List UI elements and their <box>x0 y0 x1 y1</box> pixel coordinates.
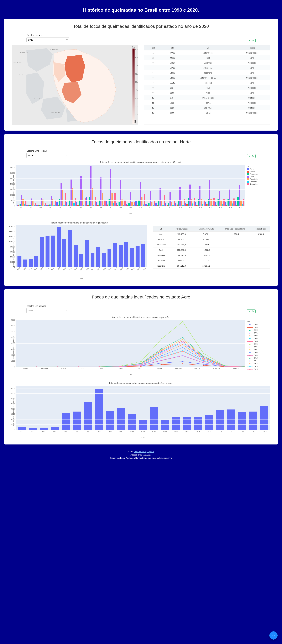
map-label-suriname: SURINAME <box>50 48 58 50</box>
chartC-legend[interactable]: Ano —◆—1998—◆—1999—◆—2000—◆—2001—◆—2002—… <box>245 320 270 376</box>
legend-item[interactable]: —◆—2005 <box>247 343 270 345</box>
table-row[interactable]: 416729AmazonasNorte <box>144 66 270 70</box>
legend-item[interactable]: Tocantins <box>247 183 270 185</box>
map-label-colombia: COLOMBIA <box>19 52 28 53</box>
svg-point-175 <box>140 365 142 366</box>
chartD-plot[interactable]: 02,0004,0006,0008,00010,00012,00014,0001… <box>15 386 270 430</box>
table-row[interactable]: 711145RondôniaNorte <box>144 80 270 86</box>
legend-item[interactable]: —◆—2014 <box>247 368 270 370</box>
svg-point-179 <box>224 366 225 367</box>
svg-point-10 <box>203 364 204 365</box>
svg-point-105 <box>182 347 183 348</box>
svg-point-69 <box>182 321 183 322</box>
section1-heading: Total de focos de queimadas identificado… <box>12 24 270 29</box>
svg-point-130 <box>203 356 204 357</box>
table-row: Amazonas204.356,08.885,0 <box>153 242 270 248</box>
chartD-xlabel: Ano <box>15 436 270 438</box>
svg-point-92 <box>161 350 162 350</box>
legend-item[interactable]: —◆—2000 <box>247 329 270 331</box>
year-select-label: Escolha um Ano: <box>26 34 69 36</box>
table-row: Pará955.027,041.522,9 <box>153 248 270 253</box>
table-row[interactable]: 147708Mato GrossoCentro Oeste <box>144 50 270 56</box>
chartC-xlabel: Mês <box>15 374 245 376</box>
svg-point-67 <box>140 361 142 362</box>
section-state: Focos de queimadas identificados no esta… <box>4 289 278 444</box>
region-select-label: Escolha uma Região: <box>26 150 69 152</box>
table-row[interactable]: 316817MaranhãoNordeste <box>144 60 270 66</box>
chartA-title: Total de focos de queimadas identificado… <box>12 161 270 163</box>
state-ranking-table[interactable]: RankTotalUFRegiao 147708Mato GrossoCentr… <box>144 45 270 125</box>
svg-point-106 <box>203 360 204 361</box>
svg-point-177 <box>182 351 183 352</box>
table-row[interactable]: 512093TocantinsNorte <box>144 70 270 76</box>
info-button-section3[interactable]: + info <box>247 309 256 313</box>
svg-point-57 <box>182 341 183 342</box>
legend-item[interactable]: —◆—2007 <box>247 348 270 351</box>
svg-point-9 <box>182 361 183 362</box>
map-label-peru: PERU <box>19 74 23 76</box>
chartA-legend[interactable]: UF AcreAmapáAmazonasParáRondôniaRoraimaT… <box>245 165 270 215</box>
map-label-bolivia: BOLIVIA <box>34 98 40 99</box>
legend-item[interactable]: —◆—2011 <box>247 360 270 362</box>
map-label-ecuador: ECUADOR <box>13 62 21 63</box>
legend-item[interactable]: Rondônia <box>247 178 270 180</box>
chartC-plot[interactable]: 01,0002,0003,0004,0005,0006,0007,0008,00… <box>15 320 245 367</box>
source-link[interactable]: queimadas.dgi.inpe.br <box>134 450 154 453</box>
choropleth-map[interactable]: COLOMBIA SURINAME ECUADOR PERU BOLIVIA P… <box>12 45 138 125</box>
legend-item[interactable]: Amapá <box>247 171 270 173</box>
table-row[interactable]: 238603ParáNorte <box>144 56 270 60</box>
legend-item[interactable]: —◆—1999 <box>247 326 270 328</box>
legend-item[interactable]: Pará <box>247 176 270 178</box>
svg-point-44 <box>161 351 162 352</box>
table-row[interactable]: 89317PiauíNordeste <box>144 86 270 90</box>
svg-point-128 <box>161 348 162 349</box>
legend-item[interactable]: —◆—2010 <box>247 357 270 359</box>
legend-item[interactable]: —◆—1998 <box>247 323 270 326</box>
legend-item[interactable]: Roraima <box>247 181 270 183</box>
legend-item[interactable]: —◆—2013 <box>247 365 270 368</box>
map-label-paraguay: PARAGUAY <box>51 112 60 113</box>
chartB-title: Total de focos de queimadas identificado… <box>12 222 147 224</box>
state-select[interactable]: Acre <box>26 308 69 313</box>
table-row[interactable]: 126123São PauloSudeste <box>144 106 270 110</box>
legend-item[interactable]: —◆—2012 <box>247 362 270 365</box>
table-row[interactable]: 108737Minas GeraisSudeste <box>144 96 270 100</box>
svg-point-33 <box>182 344 183 345</box>
svg-point-21 <box>182 364 183 364</box>
table-row[interactable]: 99193AcreNorte <box>144 90 270 96</box>
legend-item[interactable]: —◆—2008 <box>247 351 270 354</box>
legend-item[interactable]: —◆—2003 <box>247 337 270 340</box>
svg-point-127 <box>140 363 142 364</box>
state-select-label: Escolha um estado: <box>26 305 69 307</box>
info-button-section2[interactable]: + info <box>247 154 256 158</box>
info-button-section1[interactable]: + info <box>247 39 256 42</box>
svg-point-79 <box>140 364 142 365</box>
legend-item[interactable]: —◆—2006 <box>247 346 270 348</box>
section2-heading: Focos de queimadas identificados na regi… <box>12 140 270 144</box>
chartB-plot[interactable]: 020,00040,00060,00080,000100,000120,0001… <box>15 226 147 267</box>
table-row[interactable]: 117912BahiaNordeste <box>144 100 270 106</box>
legend-item[interactable]: Amazonas <box>247 173 270 175</box>
svg-point-142 <box>203 362 204 363</box>
legend-item[interactable]: —◆—2001 <box>247 332 270 334</box>
page-title: Histórico de queimadas no Brasil entre 1… <box>4 3 278 19</box>
year-select[interactable]: 2020 <box>26 37 69 42</box>
table-row: Rondônia348.398,015.147,7 <box>153 253 270 258</box>
table-row[interactable]: 612080Mato Grosso do SulCentro Oeste <box>144 76 270 80</box>
legend-item[interactable]: —◆—2009 <box>247 354 270 356</box>
svg-point-68 <box>161 338 162 339</box>
table-row: Tocantins307.213,013.357,1 <box>153 263 270 269</box>
section-state-map: Total de focos de queimadas identificado… <box>4 19 278 130</box>
section3-heading: Focos de queimadas identificados no esta… <box>12 294 270 300</box>
svg-point-70 <box>203 353 204 354</box>
svg-point-93 <box>182 339 183 340</box>
chartA-plot[interactable]: 010,00020,00030,00040,00050,00060,00070,… <box>15 165 245 206</box>
legend-item[interactable]: —◆—2004 <box>247 340 270 342</box>
legend-item[interactable]: —◆—2002 <box>247 334 270 337</box>
chartD-title: Total de focos de queimadas identificado… <box>12 382 270 384</box>
chartA-xlabel: Ano <box>15 213 245 215</box>
svg-point-81 <box>182 342 183 343</box>
legend-item[interactable]: Acre <box>247 168 270 170</box>
table-row[interactable]: 136000GoiásCentro Oeste <box>144 110 270 116</box>
region-select[interactable]: Norte <box>26 153 69 158</box>
